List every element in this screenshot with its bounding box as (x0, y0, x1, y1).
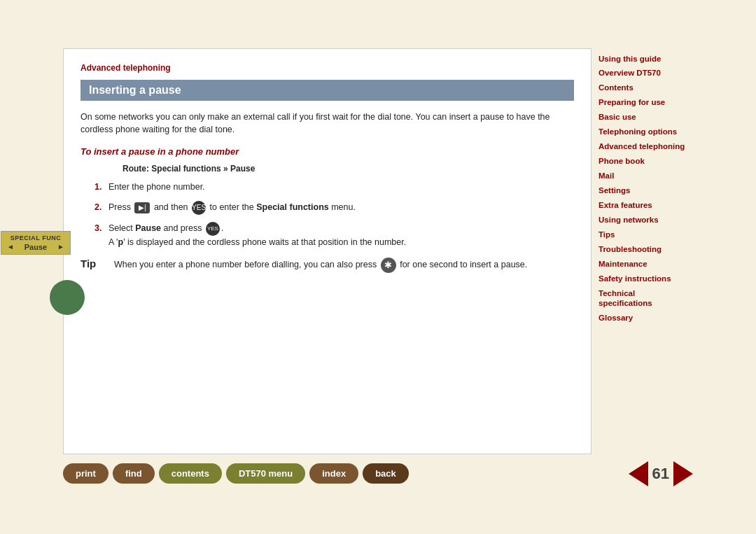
step-2-num: 2. (94, 201, 108, 214)
sidebar-item-contents[interactable]: Contents (598, 83, 686, 93)
yes-button-icon: YES (192, 201, 206, 215)
sidebar-item-phone-book[interactable]: Phone book (598, 156, 686, 167)
page-number: 61 (652, 465, 669, 483)
sidebar-item-technical-specifications[interactable]: Technical specifications (598, 288, 686, 309)
content-inner: Advanced telephoning Inserting a pause O… (64, 49, 591, 454)
sidebar-item-glossary[interactable]: Glossary (598, 313, 686, 323)
back-button[interactable]: back (363, 463, 409, 484)
green-circle-decoration (50, 280, 85, 315)
sidebar-item-using-networks[interactable]: Using networks (598, 215, 686, 225)
page-wrapper: SPECIAL FUNC ◄ Pause ► Advanced telephon… (0, 0, 756, 534)
toolbar: print find contents DT570 menu index bac… (63, 454, 693, 486)
phone-widget: SPECIAL FUNC ◄ Pause ► (1, 231, 71, 255)
play-button-icon: ▶| (134, 202, 150, 213)
nav-area: 61 (629, 461, 693, 486)
sub-heading: To insert a pause in a phone number (80, 146, 574, 157)
step-3-num: 3. (94, 222, 108, 235)
main-container: SPECIAL FUNC ◄ Pause ► Advanced telephon… (63, 48, 693, 454)
step-3: 3. Select Pause and press YES. A 'p' is … (94, 222, 574, 249)
sidebar-item-tips[interactable]: Tips (598, 230, 686, 240)
tip-text: When you enter a phone number before dia… (114, 258, 574, 273)
star-button-icon: ✱ (381, 258, 396, 273)
tip-section: Tip When you enter a phone number before… (80, 258, 574, 273)
sidebar: Using this guide Overview DT570 Contents… (592, 48, 693, 454)
step-1-text: Enter the phone number. (108, 181, 574, 194)
phone-nav-right-arrow: ► (57, 243, 64, 251)
tip-label: Tip (80, 258, 108, 269)
content-area: SPECIAL FUNC ◄ Pause ► Advanced telephon… (63, 48, 592, 454)
find-button[interactable]: find (113, 463, 155, 484)
step-2: 2. Press ▶| and then YES to enter the Sp… (94, 201, 574, 215)
sidebar-item-overview-dt570[interactable]: Overview DT570 (598, 68, 686, 78)
next-page-arrow[interactable] (673, 461, 693, 486)
sidebar-item-mail[interactable]: Mail (598, 171, 686, 181)
sidebar-item-settings[interactable]: Settings (598, 185, 686, 196)
sidebar-item-preparing-for-use[interactable]: Preparing for use (598, 97, 686, 108)
phone-widget-title: SPECIAL FUNC (7, 234, 64, 241)
sidebar-item-extra-features[interactable]: Extra features (598, 200, 686, 211)
sidebar-item-using-this-guide[interactable]: Using this guide (598, 54, 686, 64)
sidebar-item-advanced-telephoning[interactable]: Advanced telephoning (598, 141, 686, 152)
step-1: 1. Enter the phone number. (94, 181, 574, 194)
section-title: Inserting a pause (80, 80, 574, 101)
sidebar-item-maintenance[interactable]: Maintenance (598, 259, 686, 269)
phone-widget-row: ◄ Pause ► (7, 243, 64, 251)
sidebar-item-telephoning-options[interactable]: Telephoning options (598, 127, 686, 137)
step-3-text: Select Pause and press YES. A 'p' is dis… (108, 222, 574, 249)
sidebar-item-troubleshooting[interactable]: Troubleshooting (598, 244, 686, 255)
contents-button[interactable]: contents (159, 463, 222, 484)
yes-button-icon-2: YES (206, 222, 220, 236)
breadcrumb: Advanced telephoning (80, 63, 574, 73)
route-prefix: Route: (122, 164, 149, 174)
index-button[interactable]: index (309, 463, 358, 484)
prev-page-arrow[interactable] (629, 461, 648, 486)
route-value: Special functions » Pause (151, 164, 255, 174)
print-button[interactable]: print (63, 463, 108, 484)
steps-list: 1. Enter the phone number. 2. Press ▶| a… (94, 181, 574, 249)
step-2-text: Press ▶| and then YES to enter the Speci… (108, 201, 574, 215)
phone-nav-left-arrow: ◄ (7, 243, 14, 251)
sidebar-item-safety-instructions[interactable]: Safety instructions (598, 274, 686, 284)
sidebar-item-basic-use[interactable]: Basic use (598, 112, 686, 122)
phone-widget-item: Pause (24, 243, 47, 251)
step-1-num: 1. (94, 181, 108, 194)
dt570-menu-button[interactable]: DT570 menu (226, 463, 305, 484)
body-text: On some networks you can only make an ex… (80, 111, 574, 137)
route-label: Route: Special functions » Pause (122, 164, 574, 174)
